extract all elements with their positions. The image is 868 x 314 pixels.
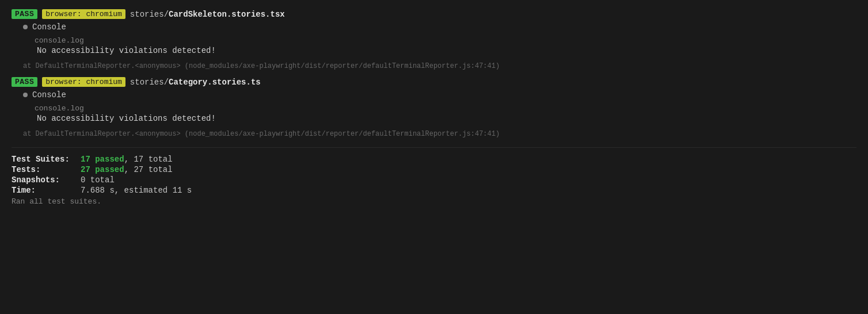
file-prefix-2: stories/ [130, 78, 169, 87]
console-label-1: Console [32, 22, 66, 32]
pass-badge-2: PASS [12, 77, 37, 87]
console-log-label-2: console.log [35, 104, 856, 113]
console-dot-2 [23, 93, 28, 97]
summary-section: Test Suites: 17 passed, 17 total Tests: … [12, 147, 856, 206]
test-file-2: stories/Category.stories.ts [130, 78, 261, 87]
console-dot-1 [23, 25, 28, 29]
summary-suites-total: , 17 total [124, 155, 173, 164]
ran-all-text: Ran all test suites. [12, 197, 856, 206]
test-header-cardskeleton: PASS browser: chromium stories/CardSkele… [12, 9, 856, 19]
console-section-2: Console console.log No accessibility vio… [23, 90, 856, 123]
console-log-message-2: No accessibility violations detected! [37, 114, 856, 123]
console-location-1: at DefaultTerminalReporter.<anonymous> (… [23, 62, 856, 70]
summary-suites-passed: 17 passed [81, 155, 124, 164]
summary-snapshots-label: Snapshots: [12, 175, 81, 185]
console-section-1: Console console.log No accessibility vio… [23, 22, 856, 55]
test-header-category: PASS browser: chromium stories/Category.… [12, 77, 856, 87]
console-label-2: Console [32, 90, 66, 99]
browser-badge-2: browser: chromium [42, 77, 125, 87]
test-file-1: stories/CardSkeleton.stories.tsx [130, 10, 285, 19]
summary-tests-value: 27 passed, 27 total [81, 165, 173, 174]
test-block-cardskeleton: PASS browser: chromium stories/CardSkele… [12, 9, 856, 70]
summary-snapshots-value: 0 total [81, 175, 115, 185]
file-name-2: Category.stories.ts [169, 78, 261, 87]
file-name-1: CardSkeleton.stories.tsx [169, 10, 285, 19]
browser-badge-1: browser: chromium [42, 9, 125, 19]
console-log-block-2: console.log No accessibility violations … [35, 104, 856, 123]
pass-badge-1: PASS [12, 9, 37, 19]
console-header-1: Console [23, 22, 856, 32]
summary-tests-total: , 27 total [124, 165, 173, 174]
summary-time-value: 7.688 s, estimated 11 s [81, 186, 192, 195]
console-log-label-1: console.log [35, 36, 856, 45]
console-log-message-1: No accessibility violations detected! [37, 46, 856, 55]
summary-row-tests: Tests: 27 passed, 27 total [12, 165, 856, 174]
file-prefix-1: stories/ [130, 10, 169, 19]
console-header-2: Console [23, 90, 856, 99]
summary-row-snapshots: Snapshots: 0 total [12, 175, 856, 185]
summary-time-label: Time: [12, 186, 81, 195]
console-log-block-1: console.log No accessibility violations … [35, 36, 856, 55]
summary-suites-value: 17 passed, 17 total [81, 155, 173, 164]
console-location-2: at DefaultTerminalReporter.<anonymous> (… [23, 130, 856, 138]
summary-row-time: Time: 7.688 s, estimated 11 s [12, 186, 856, 195]
summary-suites-label: Test Suites: [12, 155, 81, 164]
summary-row-suites: Test Suites: 17 passed, 17 total [12, 155, 856, 164]
test-block-category: PASS browser: chromium stories/Category.… [12, 77, 856, 138]
summary-tests-passed: 27 passed [81, 165, 124, 174]
summary-tests-label: Tests: [12, 165, 81, 174]
